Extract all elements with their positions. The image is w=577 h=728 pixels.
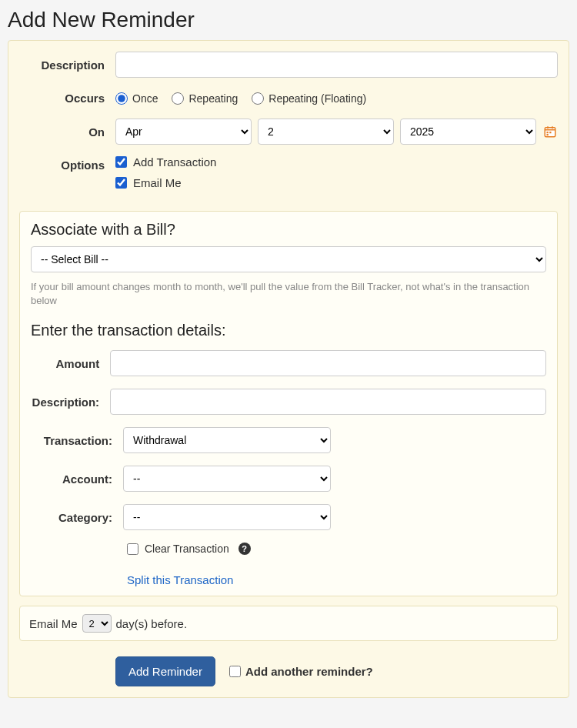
transaction-type-label: Transaction:	[31, 434, 123, 447]
occurs-repeating-floating-label: Repeating (Floating)	[268, 92, 366, 105]
add-transaction-checkbox[interactable]	[115, 156, 127, 168]
help-icon[interactable]: ?	[238, 543, 251, 555]
transaction-type-select[interactable]: Withdrawal	[123, 427, 331, 453]
year-select[interactable]: 2025	[400, 119, 536, 145]
occurs-repeating-floating-option[interactable]: Repeating (Floating)	[252, 92, 366, 105]
clear-transaction-checkbox[interactable]	[127, 543, 138, 555]
label-options: Options	[19, 159, 115, 172]
label-on: On	[19, 125, 115, 139]
occurs-once-label: Once	[132, 92, 158, 105]
tx-description-input[interactable]	[110, 389, 546, 415]
add-another-option[interactable]: Add another reminder?	[229, 665, 373, 678]
occurs-repeating-radio[interactable]	[172, 92, 184, 105]
bill-select[interactable]: -- Select Bill --	[31, 246, 546, 272]
category-label: Category:	[31, 511, 123, 524]
email-days-select[interactable]: 2	[82, 614, 112, 633]
page-title: Add New Reminder	[8, 8, 569, 32]
reminder-form-panel: Description Occurs Once Repeating Repeat	[8, 40, 569, 698]
occurs-once-option[interactable]: Once	[115, 92, 158, 105]
occurs-repeating-label: Repeating	[188, 92, 238, 105]
add-another-label: Add another reminder?	[245, 665, 373, 678]
add-reminder-button[interactable]: Add Reminder	[115, 656, 215, 686]
associate-bill-title: Associate with a Bill?	[31, 221, 546, 239]
description-input[interactable]	[115, 52, 558, 78]
amount-label: Amount	[31, 357, 110, 370]
transaction-section-title: Enter the transaction details:	[31, 322, 546, 339]
account-label: Account:	[31, 473, 123, 486]
svg-rect-5	[549, 132, 551, 133]
amount-input[interactable]	[110, 350, 546, 376]
occurs-once-radio[interactable]	[115, 92, 128, 105]
email-me-label: Email Me	[133, 176, 182, 189]
label-description: Description	[19, 58, 115, 72]
account-select[interactable]: --	[123, 466, 331, 492]
calendar-icon[interactable]	[542, 124, 558, 139]
split-transaction-link[interactable]: Split this Transaction	[127, 573, 233, 586]
email-me-panel: Email Me 2 day(s) before.	[19, 606, 558, 641]
add-another-checkbox[interactable]	[229, 666, 241, 677]
clear-transaction-label: Clear Transaction	[145, 543, 229, 555]
clear-transaction-option[interactable]: Clear Transaction ?	[127, 543, 546, 555]
option-add-transaction[interactable]: Add Transaction	[115, 155, 558, 169]
email-me-suffix: day(s) before.	[116, 617, 188, 630]
svg-rect-4	[547, 132, 549, 133]
bill-hint: If your bill amount changes month to mon…	[31, 280, 546, 308]
tx-description-label: Description:	[31, 396, 110, 409]
email-me-prefix: Email Me	[29, 617, 78, 630]
email-me-checkbox[interactable]	[115, 177, 127, 189]
occurs-repeating-floating-radio[interactable]	[252, 92, 264, 105]
svg-rect-6	[547, 134, 549, 135]
month-select[interactable]: Apr	[115, 119, 252, 145]
label-occurs: Occurs	[19, 92, 115, 105]
occurs-repeating-option[interactable]: Repeating	[172, 92, 238, 105]
category-select[interactable]: --	[123, 504, 331, 530]
day-select[interactable]: 2	[258, 119, 394, 145]
associate-bill-panel: Associate with a Bill? -- Select Bill --…	[19, 211, 558, 596]
add-transaction-label: Add Transaction	[133, 155, 216, 169]
option-email-me[interactable]: Email Me	[115, 176, 558, 189]
